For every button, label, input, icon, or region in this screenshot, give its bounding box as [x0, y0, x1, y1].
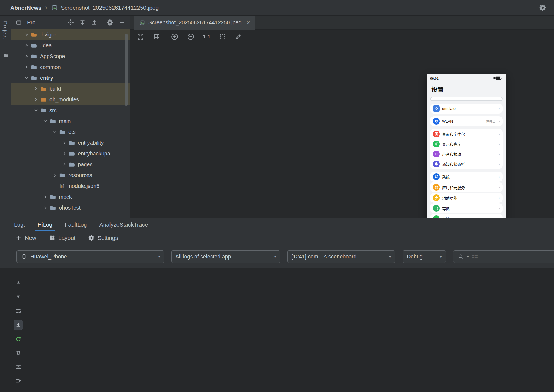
log-scope-selector[interactable]: All logs of selected app▾	[171, 250, 280, 263]
tree-item-ohostest[interactable]: ohosTest	[11, 202, 130, 213]
sound-icon	[433, 151, 440, 157]
chevron-right-icon[interactable]	[23, 31, 30, 38]
chevron-right-icon: ›	[499, 174, 500, 179]
settings-gear-icon[interactable]	[539, 4, 546, 11]
settings-item-apps[interactable]: 应用和元服务›	[430, 182, 503, 192]
tree-item-entrybackupa[interactable]: entrybackupa	[11, 148, 130, 159]
log-filter-bar: Huawei_Phone▾All logs of selected app▾[1…	[0, 245, 554, 268]
log-level-selector[interactable]: Debug▾	[403, 250, 446, 263]
chevron-right-icon[interactable]	[33, 96, 39, 103]
device-selector[interactable]: Huawei_Phone▾	[16, 250, 164, 263]
scroll-down-icon[interactable]	[14, 292, 23, 301]
tree-item-common[interactable]: common	[11, 62, 130, 72]
search-history-chevron-icon[interactable]: ▾	[467, 255, 469, 259]
chevron-right-icon[interactable]	[23, 64, 30, 70]
edit-pencil-icon[interactable]	[235, 33, 243, 41]
log-output-area[interactable]	[0, 268, 554, 392]
settings-item-sound[interactable]: 声音和振动›	[430, 149, 503, 159]
breadcrumb-file[interactable]: Screenshot_20250626174412250.jpeg	[51, 4, 159, 11]
tree-item-ets[interactable]: ets	[11, 127, 130, 137]
tree-item-mock[interactable]: mock	[11, 191, 130, 202]
chevron-right-icon[interactable]	[52, 172, 58, 178]
process-selector[interactable]: [1241] com....s.sceneboard▾	[287, 250, 395, 263]
screenshot-camera-icon[interactable]	[14, 362, 23, 371]
close-tab-icon[interactable]: ×	[246, 19, 250, 26]
apps-icon	[433, 184, 440, 191]
settings-item-personalization[interactable]: 桌面和个性化›	[430, 129, 503, 139]
display-icon	[433, 141, 440, 147]
settings-item-emulator[interactable]: emulator›	[430, 104, 503, 114]
tree-item--hvigor[interactable]: .hvigor	[11, 29, 130, 40]
log-tab-hilog[interactable]: HiLog	[38, 218, 52, 231]
search-icon	[457, 253, 464, 260]
chevron-down-icon[interactable]	[23, 75, 30, 81]
chevron-right-icon[interactable]	[42, 204, 49, 211]
new-button[interactable]: New	[15, 234, 36, 241]
settings-item-notification[interactable]: 通知和状态栏›	[430, 159, 503, 169]
grid-toggle-icon[interactable]	[153, 33, 161, 41]
settings-item-storage[interactable]: 存储›	[430, 203, 503, 213]
collapse-all-icon[interactable]	[91, 19, 98, 26]
tree-item-oh-modules[interactable]: oh_modules	[11, 94, 130, 105]
clear-log-trash-icon[interactable]	[14, 348, 23, 357]
actual-size-icon[interactable]	[218, 33, 226, 41]
tree-item-label: entryability	[78, 140, 104, 146]
breadcrumb-project[interactable]: AbnerNews	[10, 5, 42, 11]
resume-logging-icon[interactable]	[14, 334, 23, 344]
chevron-right-icon[interactable]	[23, 42, 30, 49]
chevron-right-icon[interactable]	[61, 161, 68, 168]
zoom-out-icon[interactable]	[187, 33, 195, 41]
zoom-ratio-label[interactable]: 1:1	[203, 34, 210, 40]
chevron-right-icon[interactable]	[42, 194, 49, 200]
storage-icon	[433, 205, 440, 212]
soft-wrap-icon[interactable]	[14, 306, 23, 316]
settings-group-card: 辅助功能›	[430, 193, 503, 203]
chevron-right-icon[interactable]	[61, 150, 68, 157]
log-search-field[interactable]: ▾ ==	[453, 250, 554, 263]
chevron-right-icon: ›	[499, 106, 500, 111]
chevron-right-icon[interactable]	[33, 85, 39, 92]
settings-item-label: 应用和元服务	[442, 185, 496, 190]
scroll-up-icon[interactable]	[14, 278, 23, 287]
chevron-down-icon[interactable]	[33, 107, 39, 114]
tree-item-src[interactable]: src	[11, 105, 130, 116]
settings-item-accessibility[interactable]: 辅助功能›	[430, 193, 503, 203]
tree-item-module-json5[interactable]: {}module.json5	[11, 181, 130, 191]
tree-item-pages[interactable]: pages	[11, 159, 130, 170]
editor-tab[interactable]: Screenshot_20250626174412250.jpeg ×	[134, 16, 255, 30]
settings-item-display[interactable]: 显示和亮度›	[430, 139, 503, 149]
tree-item-appscope[interactable]: AppScope	[11, 51, 130, 62]
hide-panel-icon[interactable]	[118, 19, 125, 26]
tree-item-resources[interactable]: resources	[11, 170, 130, 181]
layout-button[interactable]: Layout	[49, 234, 75, 241]
save-log-icon[interactable]	[14, 389, 23, 392]
settings-item-system[interactable]: 系统›	[430, 172, 503, 182]
select-opened-file-icon[interactable]	[67, 19, 74, 26]
stripe-project-label[interactable]: Project	[2, 21, 8, 39]
chevron-right-icon[interactable]	[61, 139, 68, 146]
chevron-right-icon: ›	[499, 206, 500, 211]
settings-button[interactable]: Settings	[88, 234, 118, 241]
log-tab-faultlog[interactable]: FaultLog	[65, 218, 87, 231]
stripe-folder-icon[interactable]	[2, 52, 9, 59]
zoom-in-icon[interactable]	[171, 33, 179, 41]
scroll-to-end-icon[interactable]	[14, 320, 23, 330]
tree-item-entry[interactable]: entry	[11, 72, 130, 83]
tree-item-main[interactable]: main	[11, 116, 130, 127]
panel-options-gear-icon[interactable]	[106, 19, 114, 26]
chevron-down-icon[interactable]	[52, 129, 58, 135]
tree-item-build[interactable]: build	[11, 83, 130, 94]
tree-item--idea[interactable]: .idea	[11, 40, 130, 51]
screen-record-video-icon[interactable]	[14, 376, 23, 386]
expand-all-icon[interactable]	[79, 19, 86, 26]
tree-scrollbar[interactable]	[125, 34, 128, 106]
chevron-right-icon[interactable]	[23, 53, 30, 59]
phone-search-bar[interactable]	[430, 97, 503, 101]
project-tool-window: Pro... .hvigor.ideaAppScopecommonentrybu…	[11, 16, 130, 218]
fit-to-window-icon[interactable]	[136, 33, 145, 41]
tree-item-entryability[interactable]: entryability	[11, 137, 130, 148]
folder-icon	[31, 75, 37, 81]
chevron-down-icon[interactable]	[42, 118, 49, 124]
log-tab-analyzestacktrace[interactable]: AnalyzeStackTrace	[99, 218, 148, 231]
settings-item-wlan[interactable]: WLAN已开启›	[430, 116, 503, 126]
